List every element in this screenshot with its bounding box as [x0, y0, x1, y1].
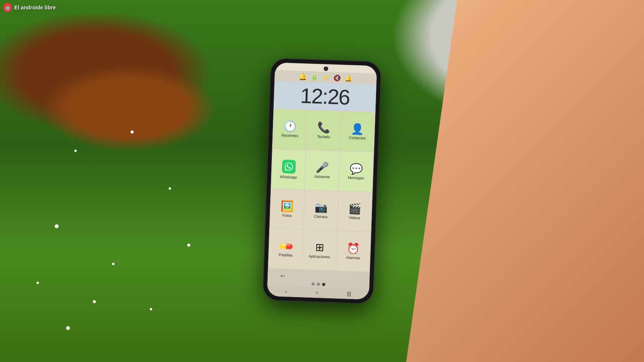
phone: 🔔 🔋 ⚡ 🔇 🔔 12:26 🕐 Recientes: [263, 58, 381, 304]
whatsapp-icon: [282, 160, 296, 173]
mensajes-label: Mensajes: [348, 176, 364, 180]
app-row-2: Whatsapp 🎤 Asistente 💬 Mensajes: [271, 149, 373, 192]
sys-back-button[interactable]: ‹: [285, 288, 287, 295]
phone-screen: 🔔 🔋 ⚡ 🔇 🔔 12:26 🕐 Recientes: [267, 62, 377, 299]
page-dot-2: [317, 283, 320, 286]
app-row-1: 🕐 Recientes 📞 Teclado 👤 Contactos: [273, 109, 374, 152]
phone-wrapper: 🔔 🔋 ⚡ 🔇 🔔 12:26 🕐 Recientes: [263, 58, 381, 304]
asistente-label: Asistente: [314, 174, 330, 179]
mute-icon: 🔇: [333, 74, 341, 81]
teclado-label: Teclado: [317, 135, 330, 139]
app-grid: 🕐 Recientes 📞 Teclado 👤 Contactos: [268, 108, 376, 272]
page-dot-3: [322, 283, 325, 286]
camara-label: Cámara: [314, 214, 328, 219]
recientes-label: Recientes: [281, 133, 298, 138]
fotos-label: Fotos: [282, 213, 292, 218]
back-button[interactable]: ←: [271, 271, 287, 280]
app-aplicaciones[interactable]: ⊞ Aplicaciones: [302, 230, 337, 270]
bell-icon: 🔔: [345, 74, 353, 82]
app-asistente[interactable]: 🎤 Asistente: [305, 150, 340, 190]
pastillas-icon: 💊: [278, 239, 294, 254]
recientes-icon: 🕐: [283, 121, 297, 132]
flash-off-icon: ⚡: [322, 74, 330, 81]
app-contactos[interactable]: 👤 Contactos: [340, 112, 374, 152]
sys-recents-button[interactable]: |||: [347, 290, 351, 296]
videos-label: Videos: [349, 215, 361, 220]
clock-area: 12:26: [274, 81, 376, 112]
app-videos[interactable]: 🎬 Videos: [337, 191, 372, 232]
page-indicators: [311, 282, 325, 286]
app-pastillas[interactable]: 💊 Pastillas: [269, 229, 303, 269]
aplicaciones-label: Aplicaciones: [309, 254, 330, 259]
app-row-4: 💊 Pastillas ⊞ Aplicaciones ⏰ Alarmas: [269, 229, 370, 272]
sys-home-button[interactable]: ○: [315, 290, 319, 296]
videos-icon: 🎬: [348, 203, 362, 214]
app-fotos[interactable]: 🖼️ Fotos: [270, 189, 305, 229]
asistente-icon: 🎤: [316, 163, 329, 173]
contactos-icon: 👤: [351, 124, 364, 135]
aplicaciones-icon: ⊞: [315, 242, 324, 253]
app-alarmas[interactable]: ⏰ Alarmas: [336, 231, 370, 272]
clock-display: 12:26: [275, 84, 375, 109]
app-recientes[interactable]: 🕐 Recientes: [273, 109, 307, 149]
whatsapp-label: Whatsapp: [280, 175, 297, 179]
page-dot-1: [311, 282, 314, 285]
battery-icon: 🔋: [311, 73, 319, 81]
alarmas-icon: ⏰: [347, 243, 360, 254]
app-whatsapp[interactable]: Whatsapp: [271, 149, 306, 189]
app-teclado[interactable]: 📞 Teclado: [307, 110, 341, 151]
app-mensajes[interactable]: 💬 Mensajes: [339, 151, 373, 192]
teclado-icon: 📞: [317, 123, 331, 133]
watermark-icon: 🤖: [3, 3, 12, 12]
alert-icon: 🔔: [299, 72, 307, 81]
alarmas-label: Alarmas: [346, 255, 360, 260]
contactos-label: Contactos: [349, 136, 366, 141]
app-row-3: 🖼️ Fotos 📷 Cámara 🎬 Videos: [270, 189, 372, 232]
mensajes-icon: 💬: [350, 164, 363, 175]
watermark: 🤖 El androide libre: [3, 3, 56, 12]
watermark-text: El androide libre: [14, 5, 56, 11]
camara-icon: 📷: [314, 202, 328, 213]
camera-notch: [324, 66, 328, 71]
app-camara[interactable]: 📷 Cámara: [304, 190, 338, 230]
fotos-icon: 🖼️: [280, 201, 294, 212]
